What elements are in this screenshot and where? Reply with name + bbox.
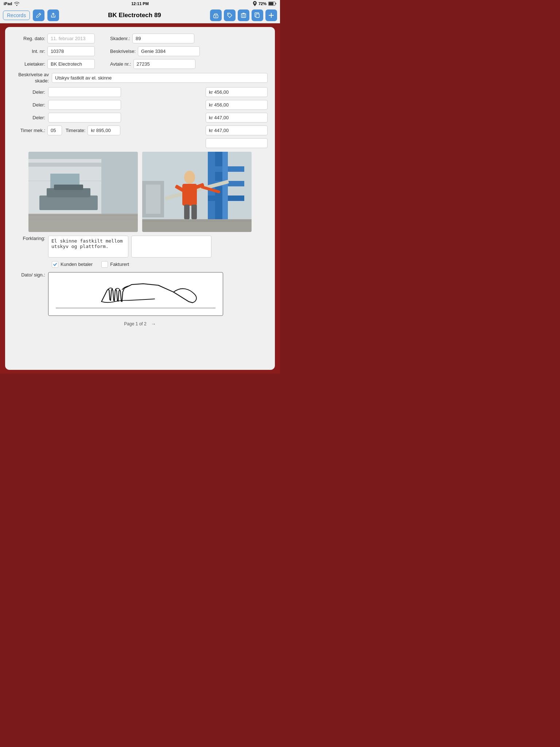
location-icon — [253, 1, 257, 6]
avtale-nr-label: Avtale nr.: — [110, 61, 131, 67]
deler-1-label: Deler: — [12, 89, 45, 95]
page-indicator: Page 1 of 2 → — [12, 320, 268, 328]
deler-2-label: Deler: — [12, 102, 45, 108]
share-icon — [50, 12, 56, 18]
reg-dato-label: Reg. dato: — [12, 36, 45, 41]
row-deler-2: Deler: — [12, 100, 268, 110]
lock-button[interactable] — [210, 9, 222, 21]
row-deler-1: Deler: — [12, 87, 268, 97]
next-page-arrow[interactable]: → — [151, 321, 156, 327]
trash-button[interactable] — [238, 9, 249, 21]
row-leietaker: Leietaker: Avtale nr.: — [12, 59, 268, 69]
reg-dato-input[interactable] — [47, 34, 95, 43]
forklaring-textarea[interactable]: El skinne fastkilt mellom utskyv og plat… — [48, 236, 128, 258]
battery-icon — [268, 1, 276, 6]
svg-rect-7 — [241, 14, 246, 18]
besk-skade-input[interactable] — [52, 73, 268, 83]
copy-icon — [254, 12, 260, 18]
status-right: 72% — [253, 1, 276, 6]
fakturert-label: Fakturert — [110, 262, 129, 267]
ipad-label: iPad — [4, 1, 12, 6]
toolbar-left: Records — [3, 9, 59, 21]
timerate-label: Timerate: — [66, 128, 85, 133]
toolbar-title: BK Electrotech 89 — [62, 12, 207, 19]
int-nr-label: Int. nr: — [12, 49, 45, 54]
svg-rect-11 — [28, 163, 101, 166]
status-time: 12:11 PM — [131, 1, 149, 6]
reg-dato-pair: Reg. dato: — [12, 34, 95, 43]
signature-line — [56, 308, 215, 308]
avtale-nr-pair: Avtale nr.: — [110, 59, 195, 69]
row-besk-skade: Beskrivelse avskade: — [12, 72, 268, 84]
beskrivelse-pair: Beskrivelse: — [110, 46, 200, 56]
deler-3-price[interactable] — [206, 113, 268, 123]
row-timer-mek: Timer mek.: Timerate: — [12, 125, 268, 135]
status-bar: iPad 12:11 PM 72% — [0, 0, 280, 7]
kunden-betaler-item: Kunden betaler — [52, 261, 93, 268]
svg-rect-2 — [269, 2, 273, 5]
leietaker-label: Leietaker: — [12, 61, 45, 67]
beskrivelse-input[interactable] — [138, 46, 200, 56]
add-button[interactable] — [265, 9, 277, 21]
row-int-nr: Int. nr: Beskrivelse: — [12, 46, 268, 56]
leietaker-input[interactable] — [47, 59, 95, 69]
signature-drawing — [48, 272, 223, 316]
skadenr-label: Skadenr.: — [110, 36, 130, 41]
svg-rect-15 — [54, 185, 83, 190]
plus-icon — [269, 13, 274, 18]
svg-rect-13 — [39, 196, 98, 210]
page-label: Page 1 of 2 — [124, 321, 146, 326]
wifi-icon — [14, 1, 20, 6]
tag-button[interactable] — [224, 9, 236, 21]
skadenr-input[interactable] — [132, 34, 194, 43]
share-button[interactable] — [47, 9, 59, 21]
battery-label: 72% — [258, 1, 267, 6]
row-forklaring: Forklaring: El skinne fastkilt mellom ut… — [12, 236, 268, 258]
photo-2[interactable] — [142, 152, 252, 232]
row-extra — [12, 138, 268, 148]
toolbar: Records BK Electrotech 89 — [0, 7, 280, 23]
fakturert-item: Fakturert — [101, 261, 129, 268]
leietaker-pair: Leietaker: — [12, 59, 95, 69]
deler-2-input[interactable] — [48, 100, 121, 110]
kunden-betaler-checkbox[interactable] — [52, 261, 58, 268]
row-deler-3: Deler: — [12, 113, 268, 123]
row-signature: Dato/ sign.: — [12, 272, 268, 316]
deler-3-input[interactable] — [48, 113, 121, 123]
row-checkboxes: Kunden betaler Fakturert — [52, 261, 268, 268]
kunden-betaler-label: Kunden betaler — [61, 262, 93, 267]
avtale-nr-input[interactable] — [133, 59, 195, 69]
deler-1-price[interactable] — [206, 87, 268, 97]
form-card: Reg. dato: Skadenr.: Int. nr: Beskrivels… — [5, 27, 275, 370]
svg-rect-3 — [276, 3, 276, 4]
checkmark-icon — [53, 262, 57, 267]
besk-skade-label: Beskrivelse avskade: — [12, 72, 49, 84]
extra-price[interactable] — [206, 138, 268, 148]
edit-button[interactable] — [33, 9, 44, 21]
deler-3-label: Deler: — [12, 115, 45, 120]
photo-1[interactable] — [28, 152, 138, 232]
deler-2-price[interactable] — [206, 100, 268, 110]
records-button[interactable]: Records — [3, 11, 30, 20]
pencil-icon — [36, 12, 42, 18]
forklaring-textarea-right[interactable] — [131, 236, 211, 258]
signature-box[interactable] — [48, 272, 223, 316]
copy-button[interactable] — [252, 9, 263, 21]
int-nr-input[interactable] — [47, 46, 95, 56]
svg-rect-40 — [146, 185, 160, 214]
status-left: iPad — [4, 1, 20, 6]
svg-rect-16 — [28, 214, 138, 232]
svg-rect-35 — [184, 205, 190, 219]
timer-mek-input[interactable] — [47, 125, 62, 135]
tag-icon — [227, 12, 233, 18]
fakturert-checkbox[interactable] — [101, 261, 108, 268]
timer-mek-price[interactable] — [206, 125, 268, 135]
photo-area — [12, 152, 268, 232]
main-content: Reg. dato: Skadenr.: Int. nr: Beskrivels… — [0, 23, 280, 374]
timerate-input[interactable] — [88, 125, 120, 135]
timer-mek-label: Timer mek.: — [12, 128, 45, 133]
lock-icon — [213, 12, 218, 18]
deler-1-input[interactable] — [48, 87, 121, 97]
dato-sign-label: Dato/ sign.: — [12, 272, 45, 278]
svg-point-6 — [228, 13, 229, 14]
